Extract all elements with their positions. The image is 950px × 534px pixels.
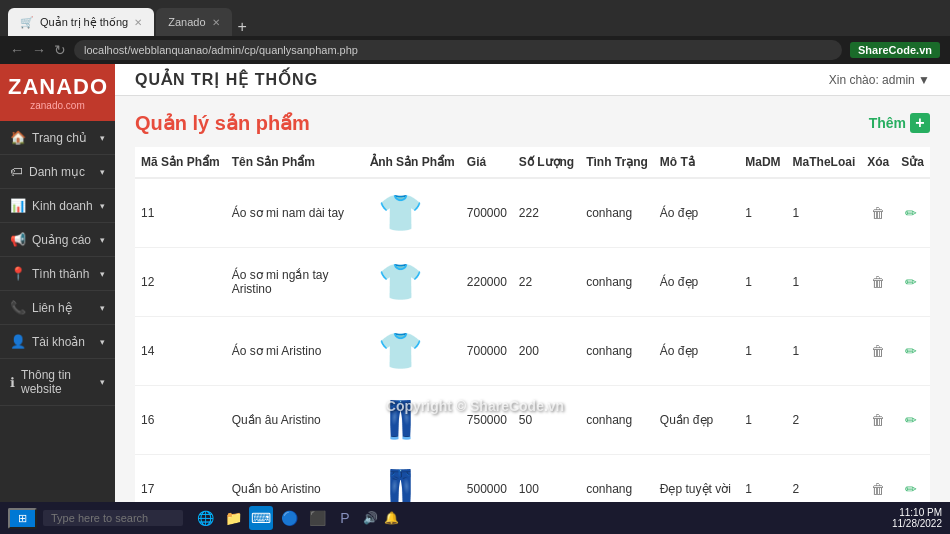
table-row: 12 Áo sơ mi ngắn tay Aristino 👕 220000 2…	[135, 248, 930, 317]
browser-tab-active[interactable]: 🛒 Quản trị hệ thống ✕	[8, 8, 154, 36]
back-button[interactable]: ←	[10, 42, 24, 58]
page-header: Quản lý sản phẩm Thêm +	[135, 111, 930, 135]
cell-status: conhang	[580, 386, 654, 455]
edit-button-16[interactable]: ✏	[901, 410, 921, 430]
tab-label-zanado: Zanado	[168, 16, 205, 28]
user-greeting[interactable]: Xin chào: admin ▼	[829, 73, 930, 87]
sidebar-label-location: Tình thành	[32, 267, 89, 281]
refresh-button[interactable]: ↻	[54, 42, 66, 58]
add-product-button[interactable]: Thêm +	[869, 113, 930, 133]
taskbar-app-terminal[interactable]: ⬛	[305, 506, 329, 530]
browser-tabs: 🛒 Quản trị hệ thống ✕ Zanado ✕ +	[8, 0, 247, 36]
tab-close-zanado[interactable]: ✕	[212, 17, 220, 28]
table-header-row: Mã Sản Phẩm Tên Sản Phẩm Ảnh Sản Phẩm Gi…	[135, 147, 930, 178]
new-tab-button[interactable]: +	[238, 18, 247, 36]
delete-button-12[interactable]: 🗑	[867, 272, 889, 292]
col-gia: Giá	[461, 147, 513, 178]
start-button[interactable]: ⊞	[8, 508, 37, 529]
taskbar-app-vscode[interactable]: ⌨	[249, 506, 273, 530]
delete-button-17[interactable]: 🗑	[867, 479, 889, 499]
volume-icon: 🔔	[384, 511, 399, 525]
col-ma-san-pham: Mã Sản Phẩm	[135, 147, 226, 178]
cell-id: 16	[135, 386, 226, 455]
edit-button-17[interactable]: ✏	[901, 479, 921, 499]
cell-edit: ✏	[895, 386, 930, 455]
location-icon: 📍	[10, 266, 26, 281]
product-image-14: 👕	[370, 321, 430, 381]
cell-name: Quần âu Aristino	[226, 386, 364, 455]
home-arrow: ▾	[100, 133, 105, 143]
table-row: 14 Áo sơ mi Aristino 👕 700000 200 conhan…	[135, 317, 930, 386]
business-icon: 📊	[10, 198, 26, 213]
browser-tab-zanado[interactable]: Zanado ✕	[156, 8, 231, 36]
taskbar-app-chrome[interactable]: 🔵	[277, 506, 301, 530]
cell-desc: Áo đẹp	[654, 317, 739, 386]
category-icon: 🏷	[10, 164, 23, 179]
system-title: QUẢN TRỊ HỆ THỐNG	[135, 70, 318, 89]
info-arrow: ▾	[100, 377, 105, 387]
tab-label-active: Quản trị hệ thống	[40, 16, 128, 29]
taskbar-app-edge[interactable]: 🌐	[193, 506, 217, 530]
page-title: Quản lý sản phẩm	[135, 111, 310, 135]
col-xoa: Xóa	[861, 147, 895, 178]
sidebar-item-location[interactable]: 📍 Tình thành ▾	[0, 257, 115, 291]
cell-madm: 1	[739, 178, 786, 248]
sidebar: ZANADO zanado.com 🏠 Trang chủ ▾ 🏷 Danh m…	[0, 64, 115, 502]
cell-name: Áo sơ mi Aristino	[226, 317, 364, 386]
forward-button[interactable]: →	[32, 42, 46, 58]
delete-button-11[interactable]: 🗑	[867, 203, 889, 223]
cell-id: 11	[135, 178, 226, 248]
cell-matheloai: 1	[787, 317, 862, 386]
taskbar-app-folder[interactable]: 📁	[221, 506, 245, 530]
cell-status: conhang	[580, 178, 654, 248]
delete-button-14[interactable]: 🗑	[867, 341, 889, 361]
sidebar-label-info: Thông tin website	[21, 368, 94, 396]
sidebar-item-contact[interactable]: 📞 Liên hệ ▾	[0, 291, 115, 325]
sidebar-item-info[interactable]: ℹ Thông tin website ▾	[0, 359, 115, 406]
sidebar-item-category[interactable]: 🏷 Danh mục ▾	[0, 155, 115, 189]
product-image-12: 👕	[370, 252, 430, 312]
table-row: 17 Quần bò Aristino 👖 500000 100 conhang…	[135, 455, 930, 503]
taskbar-app-php[interactable]: P	[333, 506, 357, 530]
tab-close-active[interactable]: ✕	[134, 17, 142, 28]
cell-madm: 1	[739, 455, 786, 503]
cell-image: 👕	[364, 178, 461, 248]
cell-delete: 🗑	[861, 386, 895, 455]
cell-price: 700000	[461, 178, 513, 248]
edit-button-11[interactable]: ✏	[901, 203, 921, 223]
sidebar-item-account[interactable]: 👤 Tài khoản ▾	[0, 325, 115, 359]
contact-arrow: ▾	[100, 303, 105, 313]
cell-edit: ✏	[895, 455, 930, 503]
cell-status: conhang	[580, 317, 654, 386]
sidebar-label-account: Tài khoản	[32, 335, 85, 349]
sidebar-item-home[interactable]: 🏠 Trang chủ ▾	[0, 121, 115, 155]
address-bar[interactable]	[74, 40, 842, 60]
taskbar-system-icons: 🔊 🔔	[363, 511, 399, 525]
tab-favicon: 🛒	[20, 16, 34, 29]
cell-madm: 1	[739, 317, 786, 386]
delete-button-16[interactable]: 🗑	[867, 410, 889, 430]
sidebar-label-business: Kinh doanh	[32, 199, 93, 213]
cell-name: Áo sơ mi nam dài tay	[226, 178, 364, 248]
taskbar-search[interactable]	[43, 510, 183, 526]
ads-arrow: ▾	[100, 235, 105, 245]
cell-qty: 222	[513, 178, 580, 248]
cell-delete: 🗑	[861, 248, 895, 317]
edit-button-12[interactable]: ✏	[901, 272, 921, 292]
cell-id: 17	[135, 455, 226, 503]
sidebar-item-ads[interactable]: 📢 Quảng cáo ▾	[0, 223, 115, 257]
edit-button-14[interactable]: ✏	[901, 341, 921, 361]
cell-desc: Đẹp tuyệt vời	[654, 455, 739, 503]
sidebar-item-business[interactable]: 📊 Kinh doanh ▾	[0, 189, 115, 223]
col-mo-ta: Mô Tả	[654, 147, 739, 178]
sidebar-logo: ZANADO zanado.com	[0, 64, 115, 121]
cell-image: 👕	[364, 317, 461, 386]
cell-price: 750000	[461, 386, 513, 455]
cell-edit: ✏	[895, 248, 930, 317]
cell-delete: 🗑	[861, 178, 895, 248]
col-tinh-trang: Tình Trạng	[580, 147, 654, 178]
sidebar-label-home: Trang chủ	[32, 131, 87, 145]
col-madm: MaDM	[739, 147, 786, 178]
cell-image: 👖	[364, 455, 461, 503]
category-arrow: ▾	[100, 167, 105, 177]
